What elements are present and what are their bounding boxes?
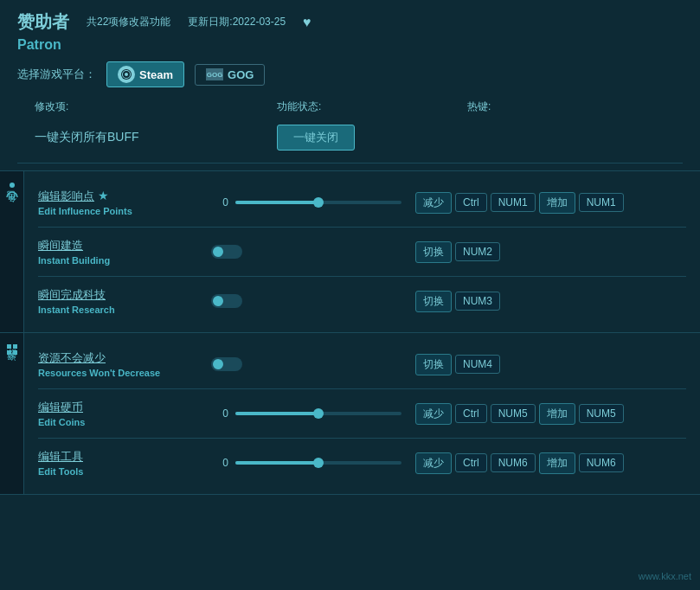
section-rows-character: 编辑影响点★Edit Influence Points0减少CtrlNUM1增加… <box>24 171 700 332</box>
hotkey-label-切换[interactable]: 切换 <box>415 354 452 375</box>
slider-edit-tools[interactable] <box>235 461 401 465</box>
platform-selector: 选择游戏平台： Steam GOG GOG <box>17 61 683 87</box>
update-date: 更新日期:2022-03-25 <box>188 15 286 29</box>
mod-info-influence-points: 编辑影响点★Edit Influence Points <box>38 189 211 216</box>
svg-rect-4 <box>13 344 17 349</box>
slider-fill <box>235 461 318 465</box>
hotkey-key-NUM2[interactable]: NUM2 <box>455 242 500 261</box>
svg-point-1 <box>125 73 128 76</box>
mod-name-zh-resources-wont-decrease: 资源不会减少 <box>38 350 211 366</box>
toggle-thumb <box>213 296 223 306</box>
gog-icon: GOG <box>206 68 223 80</box>
hotkey-label-增加[interactable]: 增加 <box>539 403 575 425</box>
mod-info-instant-research: 瞬间完成科技Instant Research <box>38 287 211 315</box>
oneclick-row: 一键关闭所有BUFF 一键关闭 <box>17 119 683 164</box>
slider-thumb[interactable] <box>313 408 324 419</box>
mod-row-resources-wont-decrease: 资源不会减少Resources Won't Decrease切换NUM4 <box>24 340 700 388</box>
mod-name-en-instant-research: Instant Research <box>38 305 211 315</box>
svg-point-2 <box>10 183 15 188</box>
svg-rect-3 <box>7 344 11 349</box>
section-resources: 资源资源不会减少Resources Won't Decrease切换NUM4编辑… <box>0 333 700 495</box>
hotkey-key-NUM6[interactable]: NUM6 <box>579 453 624 472</box>
slider-influence-points[interactable] <box>235 201 401 204</box>
hotkeys-instant-research: 切换NUM3 <box>415 291 500 312</box>
gog-button[interactable]: GOG GOG <box>195 64 265 86</box>
hotkey-key-NUM5[interactable]: NUM5 <box>579 404 624 423</box>
platform-label: 选择游戏平台： <box>17 67 96 82</box>
hotkey-key-NUM1[interactable]: NUM1 <box>491 193 536 212</box>
hotkey-label-切换[interactable]: 切换 <box>415 241 452 263</box>
col-mod-header: 修改项: <box>35 99 277 114</box>
mod-name-en-influence-points: Edit Influence Points <box>38 206 211 216</box>
oneclick-label: 一键关闭所有BUFF <box>35 130 277 145</box>
section-tab-icon-resources <box>6 343 18 358</box>
control-area-instant-research <box>211 294 401 308</box>
hotkey-key-NUM3[interactable]: NUM3 <box>455 292 500 311</box>
slider-value-influence-points: 0 <box>211 196 228 208</box>
header: 赞助者 共22项修改器功能 更新日期:2022-03-25 ♥ Patron 选… <box>0 0 700 171</box>
hotkeys-edit-tools: 减少CtrlNUM6增加NUM6 <box>415 452 624 474</box>
heart-icon[interactable]: ♥ <box>303 15 311 30</box>
hotkey-key-NUM5[interactable]: NUM5 <box>491 404 536 423</box>
section-tab-icon-character <box>6 182 18 200</box>
patron-label: Patron <box>17 37 683 53</box>
hotkey-label-增加[interactable]: 增加 <box>539 192 575 214</box>
section-tab-character[interactable]: 角色 <box>0 171 24 332</box>
hotkey-key-NUM6[interactable]: NUM6 <box>491 453 536 472</box>
mod-name-zh-edit-coins: 编辑硬币 <box>38 400 211 415</box>
control-area-influence-points: 0 <box>211 196 401 208</box>
svg-rect-6 <box>13 350 17 355</box>
control-area-edit-tools: 0 <box>211 457 401 469</box>
hotkey-label-减少[interactable]: 减少 <box>415 403 452 425</box>
section-tab-resources[interactable]: 资源 <box>0 333 24 494</box>
toggle-resources-wont-decrease[interactable] <box>211 357 242 371</box>
steam-button[interactable]: Steam <box>106 61 184 87</box>
toggle-thumb <box>213 359 223 369</box>
col-hotkey-header: 热键: <box>467 99 665 114</box>
mod-name-zh-edit-tools: 编辑工具 <box>38 449 211 465</box>
mod-row-instant-research: 瞬间完成科技Instant Research切换NUM3 <box>24 277 700 325</box>
hotkeys-influence-points: 减少CtrlNUM1增加NUM1 <box>415 192 624 214</box>
mod-row-edit-coins: 编辑硬币Edit Coins0减少CtrlNUM5增加NUM5 <box>24 389 700 438</box>
hotkey-key-Ctrl[interactable]: Ctrl <box>455 404 487 423</box>
feature-count: 共22项修改器功能 <box>87 15 170 29</box>
hotkey-label-减少[interactable]: 减少 <box>415 192 452 214</box>
hotkey-label-增加[interactable]: 增加 <box>539 452 575 474</box>
steam-label: Steam <box>139 68 173 81</box>
hotkey-key-Ctrl[interactable]: Ctrl <box>455 453 487 472</box>
toggle-instant-building[interactable] <box>211 245 242 259</box>
mod-name-en-resources-wont-decrease: Resources Won't Decrease <box>38 368 211 378</box>
star-icon: ★ <box>98 189 109 202</box>
slider-thumb[interactable] <box>313 458 324 468</box>
mod-name-zh-instant-research: 瞬间完成科技 <box>38 287 211 303</box>
mod-info-resources-wont-decrease: 资源不会减少Resources Won't Decrease <box>38 350 211 378</box>
sections-container: 角色编辑影响点★Edit Influence Points0减少CtrlNUM1… <box>0 171 700 495</box>
section-tab-label-character: 角色 <box>5 205 18 210</box>
hotkeys-instant-building: 切换NUM2 <box>415 241 500 263</box>
control-area-edit-coins: 0 <box>211 407 401 420</box>
mod-name-zh-influence-points[interactable]: 编辑影响点★ <box>38 189 211 204</box>
hotkey-key-Ctrl[interactable]: Ctrl <box>455 193 487 212</box>
header-title: 赞助者 <box>17 10 69 34</box>
mod-info-edit-tools: 编辑工具Edit Tools <box>38 449 211 477</box>
hotkey-label-切换[interactable]: 切换 <box>415 291 452 312</box>
mod-name-en-instant-building: Instant Building <box>38 255 211 266</box>
toggle-instant-research[interactable] <box>211 294 242 308</box>
svg-rect-5 <box>7 350 11 355</box>
gog-label: GOG <box>228 68 254 81</box>
control-area-instant-building <box>211 245 401 259</box>
section-character: 角色编辑影响点★Edit Influence Points0减少CtrlNUM1… <box>0 171 700 333</box>
slider-edit-coins[interactable] <box>235 412 401 415</box>
toggle-thumb <box>213 247 223 257</box>
mod-row-influence-points: 编辑影响点★Edit Influence Points0减少CtrlNUM1增加… <box>24 178 700 227</box>
slider-value-edit-coins: 0 <box>211 407 228 420</box>
slider-value-edit-tools: 0 <box>211 457 228 469</box>
slider-thumb[interactable] <box>313 197 324 208</box>
hotkey-key-NUM4[interactable]: NUM4 <box>455 355 500 374</box>
mod-name-en-edit-coins: Edit Coins <box>38 417 211 427</box>
oneclick-button[interactable]: 一键关闭 <box>277 125 355 151</box>
mod-row-edit-tools: 编辑工具Edit Tools0减少CtrlNUM6增加NUM6 <box>24 439 700 487</box>
hotkey-label-减少[interactable]: 减少 <box>415 452 452 474</box>
mod-name-zh-instant-building: 瞬间建造 <box>38 238 211 253</box>
hotkey-key-NUM1[interactable]: NUM1 <box>579 193 624 212</box>
